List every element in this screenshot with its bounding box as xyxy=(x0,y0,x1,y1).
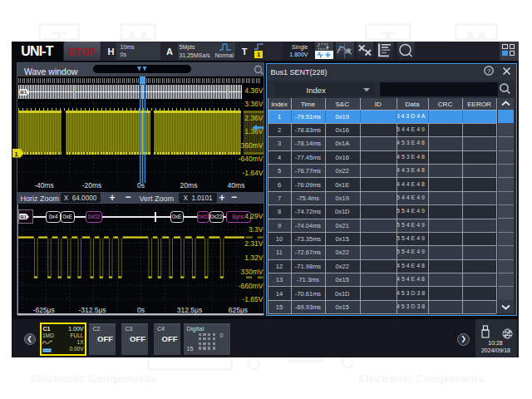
svg-text:?: ? xyxy=(487,67,491,75)
